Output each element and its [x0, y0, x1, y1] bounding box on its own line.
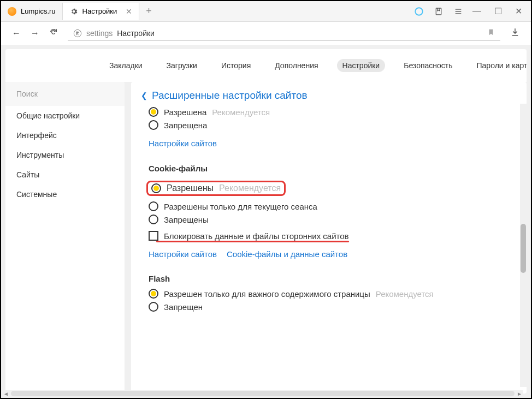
- back-to-advanced[interactable]: ❮ Расширенные настройки сайтов: [141, 90, 517, 102]
- collections-icon[interactable]: [433, 6, 444, 17]
- radio-label: Разрешен только для важного содержимого …: [164, 289, 370, 299]
- nav-bookmarks[interactable]: Закладки: [104, 59, 148, 72]
- sidebar-item-sites[interactable]: Сайты: [5, 165, 125, 184]
- radio-icon[interactable]: [149, 289, 158, 299]
- radio-cookies-session[interactable]: Разрешены только для текущего сеанса: [149, 201, 517, 211]
- radio-hint: Рекомендуется: [212, 108, 270, 117]
- radio-label: Запрещен: [164, 302, 203, 312]
- scrollbar-thumb[interactable]: [11, 391, 515, 396]
- main-content: Поиск Общие настройки Интерфейс Инструме…: [1, 82, 531, 398]
- window-controls: — ☐ ✕: [472, 6, 531, 16]
- tab-bar-right: [413, 6, 472, 17]
- settings-sidebar: Поиск Общие настройки Интерфейс Инструме…: [5, 82, 125, 394]
- scrollbar-vertical[interactable]: [520, 104, 527, 387]
- sidebar-item-general[interactable]: Общие настройки: [5, 106, 125, 126]
- gear-icon: [69, 7, 78, 16]
- radio-label: Разрешены только для текущего сеанса: [164, 202, 317, 211]
- radio-icon[interactable]: [149, 120, 158, 130]
- tab-settings[interactable]: Настройки ✕: [63, 3, 140, 20]
- bookmark-icon[interactable]: [487, 28, 495, 38]
- tab-bar: Lumpics.ru Настройки ✕ + — ☐ ✕: [1, 1, 531, 22]
- section-title-flash: Flash: [149, 274, 517, 283]
- nav-passwords[interactable]: Пароли и карты: [471, 59, 527, 72]
- scroll-right-icon[interactable]: ►: [516, 391, 523, 397]
- radio-label: Разрешены: [167, 183, 214, 193]
- sidebar-item-system[interactable]: Системные: [5, 184, 125, 204]
- radio-label: Запрещены: [164, 215, 209, 224]
- link-site-settings-1[interactable]: Настройки сайтов: [149, 139, 217, 148]
- radio-icon[interactable]: [149, 201, 158, 211]
- radio-label: Разрешена: [164, 108, 206, 117]
- settings-top-nav: Закладки Загрузки История Дополнения Нас…: [5, 49, 527, 82]
- scroll-left-icon[interactable]: ◄: [2, 391, 10, 397]
- checkbox-label: Блокировать данные и файлы сторонних сай…: [164, 231, 349, 241]
- close-button[interactable]: ✕: [515, 6, 522, 16]
- section-title-cookies: Cookie-файлы: [149, 164, 517, 173]
- sidebar-item-tools[interactable]: Инструменты: [5, 145, 125, 165]
- radio-allowed[interactable]: Разрешена Рекомендуется: [149, 107, 517, 117]
- forward-button[interactable]: →: [31, 28, 39, 38]
- nav-extensions[interactable]: Дополнения: [269, 59, 323, 72]
- highlight-cookies-allowed: Разрешены Рекомендуется: [146, 181, 286, 196]
- yandex-icon: [73, 29, 82, 38]
- radio-flash-important[interactable]: Разрешен только для важного содержимого …: [149, 289, 517, 299]
- minimize-button[interactable]: —: [472, 6, 481, 16]
- radio-icon[interactable]: [149, 215, 158, 224]
- nav-security[interactable]: Безопасность: [398, 59, 458, 72]
- tab-lumpics[interactable]: Lumpics.ru: [1, 3, 63, 20]
- checkbox-block-third-party[interactable]: Блокировать данные и файлы сторонних сай…: [149, 231, 349, 241]
- download-button[interactable]: [510, 27, 520, 40]
- menu-icon[interactable]: [453, 6, 464, 17]
- checkbox-icon[interactable]: [149, 231, 158, 241]
- alice-icon[interactable]: [413, 6, 424, 17]
- svg-point-0: [415, 8, 423, 15]
- radio-icon[interactable]: [149, 302, 158, 312]
- address-bar: ← → settings Настройки: [1, 22, 531, 45]
- nav-settings[interactable]: Настройки: [337, 59, 386, 72]
- settings-panel: ❮ Расширенные настройки сайтов Разрешена…: [131, 82, 527, 394]
- back-button[interactable]: ←: [12, 28, 21, 38]
- scrollbar-horizontal[interactable]: ◄ ►: [2, 390, 523, 397]
- sidebar-item-interface[interactable]: Интерфейс: [5, 126, 125, 145]
- radio-hint: Рекомендуется: [219, 183, 281, 193]
- new-tab-button[interactable]: +: [139, 5, 158, 17]
- scrollbar-thumb[interactable]: [521, 224, 526, 273]
- search-input[interactable]: Поиск: [5, 82, 125, 106]
- svg-rect-1: [436, 8, 441, 15]
- link-site-settings-2[interactable]: Настройки сайтов: [149, 249, 217, 259]
- radio-denied[interactable]: Запрещена: [149, 120, 517, 130]
- chevron-left-icon: ❮: [141, 91, 147, 100]
- cookies-links-row: Настройки сайтов Cookie-файлы и данные с…: [149, 249, 517, 259]
- reload-button[interactable]: [49, 28, 58, 39]
- radio-icon[interactable]: [149, 107, 158, 117]
- address-text: Настройки: [117, 29, 155, 38]
- back-label: Расширенные настройки сайтов: [152, 90, 308, 102]
- content-area: Закладки Загрузки История Дополнения Нас…: [1, 45, 531, 398]
- nav-history[interactable]: История: [216, 59, 256, 72]
- close-icon[interactable]: ✕: [126, 7, 132, 16]
- tab-title: Настройки: [82, 7, 117, 15]
- address-field[interactable]: settings Настройки: [68, 26, 500, 41]
- nav-downloads[interactable]: Загрузки: [161, 59, 203, 72]
- radio-flash-denied[interactable]: Запрещен: [149, 302, 517, 312]
- radio-hint: Рекомендуется: [376, 289, 434, 299]
- radio-cookies-denied[interactable]: Запрещены: [149, 215, 517, 224]
- radio-icon[interactable]: [151, 183, 161, 193]
- radio-label: Запрещена: [164, 121, 207, 130]
- tab-title: Lumpics.ru: [21, 7, 56, 15]
- link-cookie-data[interactable]: Cookie-файлы и данные сайтов: [227, 249, 347, 259]
- lumpics-icon: [8, 7, 16, 16]
- maximize-button[interactable]: ☐: [494, 6, 502, 16]
- address-prefix: settings: [86, 29, 113, 38]
